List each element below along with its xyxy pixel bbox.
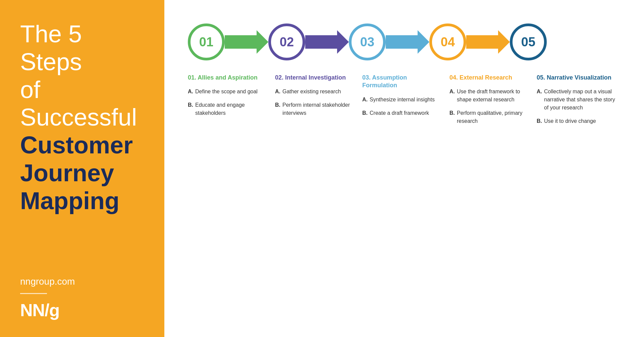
circle-01-number: 01 <box>199 35 213 49</box>
main-title: The 5 Steps of Successful Customer Journ… <box>20 20 148 215</box>
step-03-label-b: B. <box>362 109 368 117</box>
circle-05: 05 <box>510 23 547 60</box>
step-01-label-b: B. <box>188 101 193 117</box>
step-05-text-a: Collectively map out a visual narrative … <box>544 88 617 112</box>
step-04-item-b: B. Perform qualitative, primary research <box>449 109 530 125</box>
step-02-text-a: Gather existing research <box>282 88 356 96</box>
step-05-title: 05. Narrative Visualization <box>537 74 617 82</box>
circle-02-number: 02 <box>280 35 294 49</box>
step-col-01: 01. Allies and Aspiration A. Define the … <box>188 74 275 123</box>
circle-01: 01 <box>188 23 225 60</box>
step-col-02: 02. Internal Investigation A. Gather exi… <box>275 74 362 123</box>
step-05-label-a: A. <box>537 88 542 112</box>
sidebar-content: The 5 Steps of Successful Customer Journ… <box>20 20 148 215</box>
step-03-wrap: 03 <box>349 23 386 60</box>
step-03-label-a: A. <box>362 96 368 104</box>
step-02-item-b: B. Perform internal stakeholder intervie… <box>275 101 356 117</box>
title-line2: of Successful <box>20 76 137 131</box>
arrow-3 <box>386 30 429 54</box>
circle-04-number: 04 <box>441 35 455 49</box>
title-bold3: Mapping <box>20 187 119 214</box>
step-03-item-a: A. Synthesize internal insights <box>362 96 443 104</box>
step-01-item-a: A. Define the scope and goal <box>188 88 268 96</box>
step-01-wrap: 01 <box>188 23 225 60</box>
step-04-wrap: 04 <box>429 23 466 60</box>
circle-03-number: 03 <box>360 35 374 49</box>
svg-marker-0 <box>225 30 268 54</box>
step-04-item-a: A. Use the draft framework to shape exte… <box>449 88 530 104</box>
svg-marker-2 <box>386 30 429 54</box>
title-line1: The 5 Steps <box>20 20 82 75</box>
step-03-text-b: Create a draft framework <box>370 109 443 117</box>
step-05-item-b: B. Use it to drive change <box>537 117 617 125</box>
step-05-text-b: Use it to drive change <box>544 117 617 125</box>
svg-marker-3 <box>466 30 510 54</box>
step-02-label-a: A. <box>275 88 280 96</box>
main-content: 01 02 03 <box>164 0 644 337</box>
arrow-2 <box>305 30 349 54</box>
circle-05-number: 05 <box>521 35 535 49</box>
divider <box>20 293 47 294</box>
step-col-03: 03. Assumption Formulation A. Synthesize… <box>362 74 449 123</box>
title-bold1: Customer <box>20 132 133 158</box>
step-03-item-b: B. Create a draft framework <box>362 109 443 117</box>
title-bold2: Journey <box>20 159 114 186</box>
circle-03: 03 <box>349 23 386 60</box>
arrow-4 <box>466 30 510 54</box>
website-url: nngroup.com <box>20 276 148 287</box>
step-01-label-a: A. <box>188 88 193 96</box>
arrow-1 <box>225 30 268 54</box>
step-01-text-a: Define the scope and goal <box>195 88 268 96</box>
step-col-05: 05. Narrative Visualization A. Collectiv… <box>537 74 624 131</box>
logo: NN/g <box>20 300 148 320</box>
step-05-wrap: 05 <box>510 23 547 60</box>
step-01-item-b: B. Educate and engage stakeholders <box>188 101 268 117</box>
step-04-label-a: A. <box>449 88 455 104</box>
step-col-04: 04. External Research A. Use the draft f… <box>449 74 537 131</box>
step-02-wrap: 02 <box>268 23 305 60</box>
step-04-text-b: Perform qualitative, primary research <box>457 109 530 125</box>
step-05-item-a: A. Collectively map out a visual narrati… <box>537 88 617 112</box>
step-02-title: 02. Internal Investigation <box>275 74 356 82</box>
step-01-title: 01. Allies and Aspiration <box>188 74 268 82</box>
process-row: 01 02 03 <box>188 23 624 60</box>
svg-marker-1 <box>305 30 349 54</box>
step-02-label-b: B. <box>275 101 280 117</box>
step-02-item-a: A. Gather existing research <box>275 88 356 96</box>
sidebar: The 5 Steps of Successful Customer Journ… <box>0 0 164 337</box>
step-01-text-b: Educate and engage stakeholders <box>195 101 268 117</box>
steps-content: 01. Allies and Aspiration A. Define the … <box>188 74 624 324</box>
step-04-text-a: Use the draft framework to shape externa… <box>457 88 530 104</box>
sidebar-footer: nngroup.com NN/g <box>20 276 148 320</box>
step-03-text-a: Synthesize internal insights <box>370 96 443 104</box>
circle-04: 04 <box>429 23 466 60</box>
step-04-title: 04. External Research <box>449 74 530 82</box>
step-05-label-b: B. <box>537 117 542 125</box>
circle-02: 02 <box>268 23 305 60</box>
step-02-text-b: Perform internal stakeholder interviews <box>282 101 356 117</box>
step-04-label-b: B. <box>449 109 455 125</box>
step-03-title: 03. Assumption Formulation <box>362 74 443 90</box>
